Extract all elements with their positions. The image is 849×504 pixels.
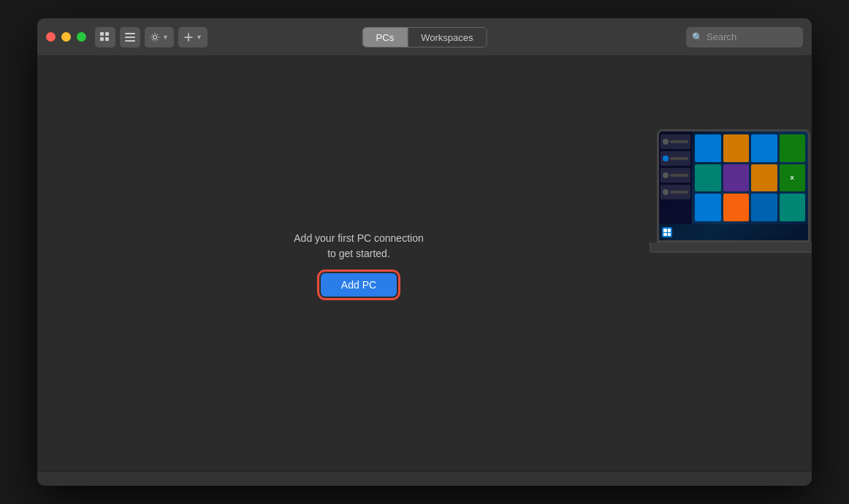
- win-tile-3: [751, 134, 777, 162]
- win-tile-1: [695, 134, 721, 162]
- windows-start-menu: X: [659, 131, 808, 224]
- tabs-segment: PCs Workspaces: [362, 27, 487, 47]
- prompt-text: Add your first PC connection to get star…: [294, 231, 423, 261]
- laptop-base: [650, 243, 812, 253]
- main-window: ▼ ▼ PCs Workspaces 🔍: [37, 18, 812, 486]
- add-pc-button[interactable]: Add PC: [321, 273, 397, 297]
- grid-icon: [100, 32, 110, 42]
- center-content: Add your first PC connection to get star…: [294, 231, 423, 297]
- list-icon: [125, 32, 135, 42]
- maximize-button[interactable]: [77, 32, 86, 42]
- windows-tiles: X: [692, 131, 808, 224]
- search-container: 🔍: [686, 27, 803, 47]
- windows-screen: X: [659, 131, 808, 240]
- tab-workspaces[interactable]: Workspaces: [408, 28, 486, 47]
- svg-rect-5: [125, 37, 135, 38]
- win-tile-10: [723, 194, 750, 221]
- list-view-button[interactable]: [120, 27, 140, 47]
- win-tile-2: [723, 134, 750, 162]
- close-button[interactable]: [46, 32, 56, 42]
- win-tile-11: [751, 194, 777, 221]
- titlebar: ▼ ▼ PCs Workspaces 🔍: [37, 18, 812, 56]
- win-tile-9: [695, 194, 721, 221]
- win-tile-7: [751, 164, 777, 192]
- windows-start-button: [662, 227, 672, 237]
- content-area: Add your first PC connection to get star…: [37, 56, 812, 471]
- svg-rect-4: [125, 33, 135, 34]
- win-menu-item-2: [660, 151, 690, 166]
- win-menu-item-1: [660, 134, 690, 149]
- win-tile-5: [695, 164, 721, 192]
- laptop-illustration: X: [657, 129, 812, 334]
- windows-menu-left: [659, 131, 692, 224]
- tab-pcs[interactable]: PCs: [363, 28, 408, 47]
- segment-control: PCs Workspaces: [362, 27, 487, 47]
- win-tile-8: X: [780, 164, 806, 192]
- settings-button[interactable]: ▼: [145, 27, 174, 47]
- bottombar: [37, 471, 812, 486]
- search-input[interactable]: [686, 27, 803, 47]
- grid-view-button[interactable]: [95, 27, 115, 47]
- add-chevron: ▼: [196, 34, 202, 41]
- search-wrapper: 🔍: [686, 27, 803, 47]
- svg-rect-6: [125, 40, 135, 42]
- svg-rect-2: [100, 37, 104, 41]
- windows-taskbar: [659, 224, 808, 240]
- settings-chevron: ▼: [162, 34, 169, 41]
- win-menu-item-3: [660, 168, 690, 183]
- laptop-screen: X: [657, 129, 810, 243]
- plus-icon: [183, 32, 194, 42]
- add-button[interactable]: ▼: [178, 27, 208, 47]
- toolbar-left: ▼ ▼: [95, 27, 208, 47]
- win-menu-item-4: [660, 185, 690, 199]
- win-tile-6: [723, 164, 750, 192]
- minimize-button[interactable]: [61, 32, 71, 42]
- win-tile-12: [780, 194, 806, 221]
- gear-icon: [150, 32, 160, 42]
- svg-rect-1: [105, 32, 109, 36]
- svg-rect-3: [105, 37, 109, 41]
- window-controls: [46, 32, 86, 42]
- win-tile-4: [780, 134, 806, 162]
- svg-point-7: [153, 35, 157, 39]
- svg-rect-0: [100, 32, 104, 36]
